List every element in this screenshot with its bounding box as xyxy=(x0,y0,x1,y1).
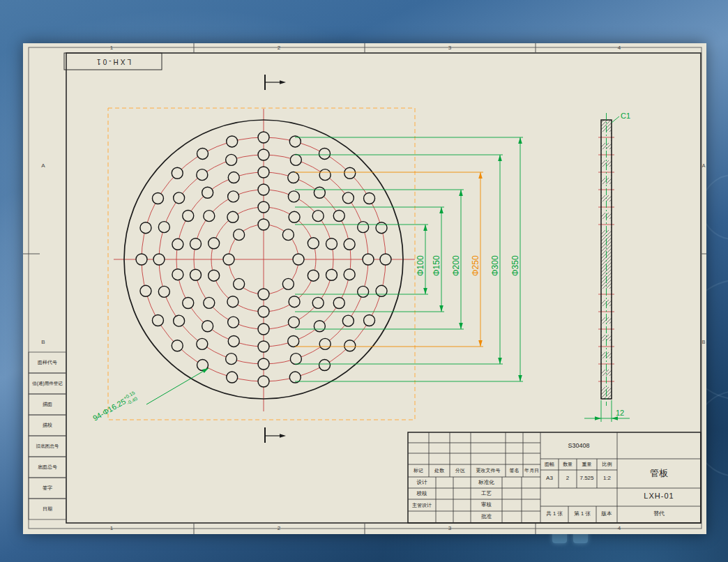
titleblock-spec-header: 数量 xyxy=(559,459,577,470)
margin-block-label: 描图 xyxy=(29,394,66,415)
titleblock-spec-header: 重量 xyxy=(577,459,597,470)
desktop-wallpaper: Φ100Φ150Φ200Φ250Φ300Φ35094-Φ16.25+0.15-0… xyxy=(0,0,728,562)
svg-text:Φ350: Φ350 xyxy=(510,255,520,276)
zone-number: 3 xyxy=(443,524,457,533)
corner-drawing-code: LXH-01 xyxy=(64,53,162,70)
titleblock-rev-header: 处数 xyxy=(429,464,450,477)
margin-block-label: 图样代号 xyxy=(29,352,66,373)
titleblock-sign-label: 主管设计 xyxy=(408,499,436,511)
margin-block-label: 日期 xyxy=(29,499,66,519)
titleblock-part-name: 管板 xyxy=(617,464,701,483)
svg-text:Φ150: Φ150 xyxy=(432,255,441,276)
zone-letter: A xyxy=(38,161,48,171)
titleblock-version-label: 版本 xyxy=(596,508,617,520)
titleblock-sign-label: 校核 xyxy=(408,488,436,499)
zone-number: 4 xyxy=(612,44,626,52)
svg-text:Φ200: Φ200 xyxy=(451,255,461,276)
titleblock-sheet-total: 共 1 张 xyxy=(540,508,568,520)
zone-number: 2 xyxy=(272,524,286,533)
zone-number: 1 xyxy=(105,524,119,533)
titleblock-sign-label: 批准 xyxy=(471,511,502,523)
titleblock-sign-label: 工艺 xyxy=(471,488,502,499)
titleblock-replace-label: 替代 xyxy=(617,508,701,520)
svg-text:Φ300: Φ300 xyxy=(490,255,500,276)
titleblock-rev-header: 标记 xyxy=(408,464,429,477)
zone-number: 3 xyxy=(443,44,457,52)
titleblock-rev-header: 年月日 xyxy=(523,464,540,477)
margin-block-label: 旧底图总号 xyxy=(29,436,66,457)
svg-text:94-Φ16.25+0.15-0.40: 94-Φ16.25+0.15-0.40 xyxy=(91,390,139,424)
zone-letter: A xyxy=(700,161,707,171)
svg-text:Φ100: Φ100 xyxy=(416,255,425,276)
svg-text:C1: C1 xyxy=(621,112,630,120)
titleblock-sheet-number: 第 1 张 xyxy=(568,508,596,520)
svg-text:12: 12 xyxy=(616,409,624,417)
titleblock-spec-value: 2 xyxy=(559,471,577,485)
margin-block-label: 借(通)用件登记 xyxy=(29,373,66,394)
margin-block-label: 描校 xyxy=(29,415,66,436)
titleblock-spec-value: 7.525 xyxy=(577,471,597,485)
titleblock-spec-value: 1:2 xyxy=(597,471,617,485)
margin-block-label: 签字 xyxy=(29,478,66,499)
zone-letter: B xyxy=(700,337,707,347)
zone-number: 2 xyxy=(272,44,286,52)
titleblock-sign-label xyxy=(408,511,436,523)
titleblock-spec-header: 图幅 xyxy=(540,459,559,470)
titleblock-drawing-number: LXH-01 xyxy=(617,489,701,503)
margin-block-label: 底图总号 xyxy=(29,457,66,478)
titleblock-rev-header: 更改文件号 xyxy=(471,464,506,477)
titleblock-rev-header: 分区 xyxy=(450,464,471,477)
titleblock-sign-label: 设计 xyxy=(408,477,436,488)
zone-number: 4 xyxy=(612,524,626,533)
titleblock-spec-header: 比例 xyxy=(597,459,617,470)
titleblock-sign-label: 审核 xyxy=(471,499,502,511)
titleblock-spec-value: A3 xyxy=(540,471,559,485)
zone-letter: B xyxy=(38,337,48,347)
zone-number: 1 xyxy=(105,44,119,52)
svg-text:Φ250: Φ250 xyxy=(471,255,480,276)
titleblock-rev-header: 签名 xyxy=(506,464,523,477)
titleblock-material: S30408 xyxy=(540,439,617,453)
titleblock-sign-label: 标准化 xyxy=(471,477,502,488)
